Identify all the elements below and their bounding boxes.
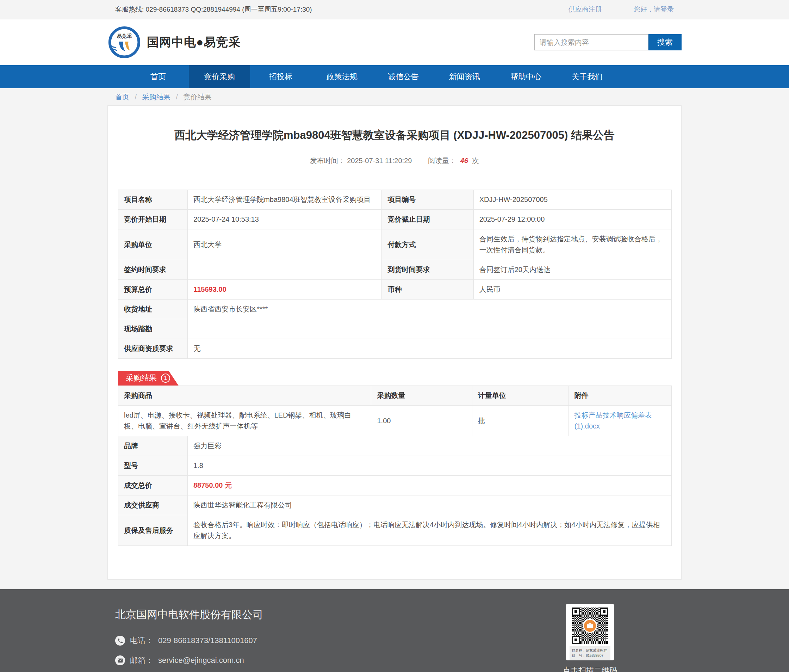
deal-price-unit: 元 <box>225 482 232 489</box>
search-input[interactable] <box>534 34 648 50</box>
supplier-value: 陕西世华达智能化工程有限公司 <box>187 496 671 515</box>
qr-group-number: 群 号：615839507 <box>572 653 608 658</box>
nav-item-tender[interactable]: 招投标 <box>250 65 311 88</box>
service-hotline: 客服热线: 029-86618373 QQ:2881944994 (周一至周五9… <box>115 5 312 14</box>
start-date-value: 2025-07-24 10:53:13 <box>188 210 382 229</box>
table-row: 预算总价 115693.00 币种 人民币 <box>118 280 672 299</box>
page-title: 西北大学经济管理学院mba9804班智慧教室设备采购项目 (XDJJ-HW-20… <box>118 128 671 143</box>
start-date-label: 竞价开始日期 <box>118 210 188 229</box>
qr-code[interactable]: 群名称：易竞采业务群 群 号：615839507 <box>566 604 614 660</box>
footer-email-label: 邮箱： <box>130 655 153 666</box>
budget-value: 115693.00 <box>193 285 226 293</box>
table-row: 成交总价 88750.00 元 <box>118 476 672 496</box>
nav-item-integrity[interactable]: 诚信公告 <box>373 65 434 88</box>
address-label: 收货地址 <box>118 299 188 319</box>
table-row: 项目名称 西北大学经济管理学院mba9804班智慧教室设备采购项目 项目编号 X… <box>118 190 672 210</box>
qr-caption: 点击扫描二维码 <box>555 665 625 672</box>
project-info-table: 项目名称 西北大学经济管理学院mba9804班智慧教室设备采购项目 项目编号 X… <box>118 190 672 359</box>
site-visit-value <box>188 319 672 339</box>
qty-value: 1.00 <box>371 406 472 436</box>
main-nav: 首页 竞价采购 招投标 政策法规 诚信公告 新闻资讯 帮助中心 关于我们 <box>0 65 789 88</box>
site-title: 国网中电●易竞采 <box>147 34 241 50</box>
supplier-register-link[interactable]: 供应商注册 <box>569 5 602 14</box>
result-count-badge: 1 <box>161 374 170 383</box>
topbar: 客服热线: 029-86618373 QQ:2881944994 (周一至周五9… <box>0 0 789 19</box>
views-label: 阅读量： <box>428 157 456 165</box>
table-row: led屏、电源、接收卡、视频处理器、配电系统、LED钢架、相机、玻璃白板、电脑、… <box>118 406 672 436</box>
qr-group-name: 群名称：易竞采业务群 <box>572 648 608 653</box>
unit-value: 批 <box>472 406 569 436</box>
result-ribbon-label: 采购结果 <box>126 373 157 383</box>
qualification-label: 供应商资质要求 <box>118 339 188 359</box>
footer-email-value: service@ejingcai.com.cn <box>158 656 244 665</box>
nav-item-policy[interactable]: 政策法规 <box>311 65 373 88</box>
budget-label: 预算总价 <box>118 280 188 299</box>
table-row: 采购单位 西北大学 付款方式 合同生效后，待货物到达指定地点、安装调试验收合格后… <box>118 229 672 260</box>
project-name-value: 西北大学经济管理学院mba9804班智慧教室设备采购项目 <box>188 190 382 210</box>
qualification-value: 无 <box>188 339 672 359</box>
brand-value: 强力巨彩 <box>187 436 671 456</box>
delivery-time-value: 合同签订后20天内送达 <box>473 260 671 280</box>
site-visit-label: 现场踏勘 <box>118 319 188 339</box>
breadcrumb: 首页 / 采购结果 / 竞价结果 <box>0 88 789 106</box>
footer-phone-row: 电话： 029-86618373/13811001607 <box>115 635 331 646</box>
breadcrumb-home[interactable]: 首页 <box>115 93 129 101</box>
nav-item-about[interactable]: 关于我们 <box>557 65 618 88</box>
announcement-card: 西北大学经济管理学院mba9804班智慧教室设备采购项目 (XDJJ-HW-20… <box>107 106 682 580</box>
footer-company-name: 北京国网中电软件股份有限公司 <box>115 608 331 622</box>
supplier-label: 成交供应商 <box>118 496 188 515</box>
email-icon <box>115 656 125 665</box>
table-row: 现场踏勘 <box>118 319 672 339</box>
end-date-label: 竞价截止日期 <box>382 210 473 229</box>
deal-price-label: 成交总价 <box>118 476 188 496</box>
model-value: 1.8 <box>187 456 671 476</box>
col-product: 采购商品 <box>118 386 371 406</box>
phone-icon <box>115 636 125 646</box>
nav-item-help[interactable]: 帮助中心 <box>495 65 557 88</box>
table-row: 收货地址 陕西省西安市长安区**** <box>118 299 672 319</box>
publish-info: 发布时间： 2025-07-31 11:20:29 阅读量： 46 次 <box>118 156 671 166</box>
footer-phone-label: 电话： <box>130 635 153 646</box>
end-date-value: 2025-07-29 12:00:00 <box>473 210 671 229</box>
nav-item-news[interactable]: 新闻资讯 <box>434 65 495 88</box>
model-label: 型号 <box>118 456 188 476</box>
footer: 北京国网中电软件股份有限公司 电话： 029-86618373/13811001… <box>0 589 789 672</box>
table-header-row: 采购商品 采购数量 计量单位 附件 <box>118 386 672 406</box>
nav-item-bidding-purchase[interactable]: 竞价采购 <box>189 65 250 88</box>
result-detail-table: 品牌 强力巨彩 型号 1.8 成交总价 88750.00 元 成交供应商 陕西世… <box>118 436 672 546</box>
login-link[interactable]: 您好，请登录 <box>634 5 674 14</box>
table-row: 品牌 强力巨彩 <box>118 436 672 456</box>
header: 易竞采 国网中电●易竞采 搜索 <box>0 19 789 65</box>
currency-label: 币种 <box>382 280 473 299</box>
payment-value: 合同生效后，待货物到达指定地点、安装调试验收合格后，一次性付清合同货款。 <box>473 229 671 260</box>
col-attachment: 附件 <box>569 386 671 406</box>
attachment-link[interactable]: 投标产品技术响应偏差表(1).docx <box>575 411 652 430</box>
warranty-label: 质保及售后服务 <box>118 515 188 546</box>
nav-item-home[interactable]: 首页 <box>128 65 189 88</box>
delivery-time-label: 到货时间要求 <box>382 260 473 280</box>
project-no-label: 项目编号 <box>382 190 473 210</box>
table-row: 型号 1.8 <box>118 456 672 476</box>
footer-email-row: 邮箱： service@ejingcai.com.cn <box>115 655 331 666</box>
col-qty: 采购数量 <box>371 386 472 406</box>
qr-briefcase-icon <box>583 619 597 633</box>
site-logo-icon: 易竞采 <box>107 26 141 59</box>
currency-value: 人民币 <box>473 280 671 299</box>
search-button[interactable]: 搜索 <box>648 34 682 50</box>
svg-text:易竞采: 易竞采 <box>116 33 132 39</box>
table-row: 成交供应商 陕西世华达智能化工程有限公司 <box>118 496 672 515</box>
project-no-value: XDJJ-HW-202507005 <box>473 190 671 210</box>
table-row: 质保及售后服务 验收合格后3年。响应时效：即时响应（包括电话响应）；电话响应无法… <box>118 515 672 546</box>
table-row: 签约时间要求 到货时间要求 合同签订后20天内送达 <box>118 260 672 280</box>
table-row: 竞价开始日期 2025-07-24 10:53:13 竞价截止日期 2025-0… <box>118 210 672 229</box>
sign-time-label: 签约时间要求 <box>118 260 188 280</box>
result-table: 采购商品 采购数量 计量单位 附件 led屏、电源、接收卡、视频处理器、配电系统… <box>118 386 672 436</box>
buyer-value: 西北大学 <box>188 229 382 260</box>
breadcrumb-separator: / <box>135 93 137 101</box>
breadcrumb-current: 竞价结果 <box>183 93 211 101</box>
sign-time-value <box>188 260 382 280</box>
breadcrumb-separator: / <box>176 93 178 101</box>
breadcrumb-purchase-result[interactable]: 采购结果 <box>142 93 171 101</box>
publish-time-label: 发布时间： <box>310 157 345 165</box>
project-name-label: 项目名称 <box>118 190 188 210</box>
